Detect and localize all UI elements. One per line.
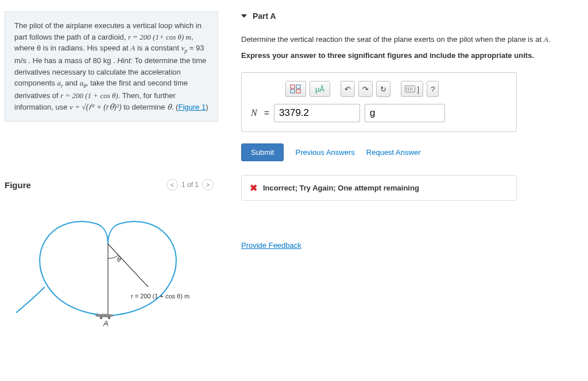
v-eq-sqrt: √(ṙ² + (rθ̇)²) (82, 103, 121, 111)
problem-statement: The pilot of the airplane executes a ver… (5, 11, 218, 122)
answer-toolbar: μÅ ↶ ↷ ↻ ] ? (285, 81, 507, 97)
undo-button[interactable]: ↶ (341, 81, 355, 97)
svg-rect-8 (296, 90, 300, 93)
svg-rect-7 (291, 90, 295, 93)
and: and (63, 79, 80, 87)
figure-title: Figure (5, 180, 31, 190)
theta-dot: θ̇ (167, 103, 172, 111)
hint-label: Hint: (117, 56, 133, 65)
feedback-message: ✖ Incorrect; Try Again; One attempt rema… (241, 175, 517, 201)
figure-link[interactable]: Figure 1 (178, 103, 206, 111)
figure-equation: r = 200 (1 + cos θ) m (131, 293, 189, 300)
equals-sign: = (264, 108, 269, 118)
svg-rect-6 (296, 85, 300, 88)
part-a-header[interactable]: Part A (241, 11, 577, 21)
answer-row: N = (251, 104, 507, 122)
feedback-text: Incorrect; Try Again; One attempt remain… (263, 184, 419, 192)
figure-prev-button[interactable]: < (167, 179, 178, 190)
x-icon: ✖ (250, 182, 257, 193)
units-button[interactable]: μÅ (310, 81, 330, 97)
unit-input[interactable] (365, 104, 445, 122)
cardioid-equation: r = 200 (1+ cos θ) m (128, 33, 191, 41)
figure-panel: Figure < 1 of 1 > (0, 179, 218, 327)
svg-rect-5 (291, 85, 295, 88)
answer-area: μÅ ↶ ↷ ↻ ] ? N = (241, 72, 517, 132)
figure-count: 1 of 1 (181, 181, 199, 189)
templates-button[interactable] (285, 81, 306, 97)
svg-point-3 (100, 317, 102, 319)
keyboard-icon (405, 85, 415, 92)
provide-feedback-link[interactable]: Provide Feedback (241, 241, 301, 250)
submit-button[interactable]: Submit (241, 143, 284, 161)
request-answer-link[interactable]: Request Answer (366, 148, 421, 157)
figure-diagram: θ r = 200 (1 + cos θ) m A (5, 201, 214, 327)
problem-text: is a constant (135, 44, 181, 52)
v-eq-lead: v = (69, 103, 82, 111)
previous-answers-link[interactable]: Previous Answers (295, 148, 354, 157)
hint-body: . ( (172, 103, 179, 111)
hint-body: to determine (122, 103, 168, 111)
redo-button[interactable]: ↷ (358, 81, 373, 97)
hint-body: ) (206, 103, 208, 111)
help-button[interactable]: ? (427, 81, 439, 97)
part-a-label: Part A (253, 11, 276, 21)
value-input[interactable] (274, 104, 360, 122)
r-equation: r = 200 (1 + cos θ) (60, 91, 118, 100)
svg-line-1 (108, 244, 148, 287)
theta-label: θ (117, 255, 121, 263)
keyboard-button[interactable]: ] (401, 81, 423, 97)
A-label: A (103, 319, 109, 327)
question-text: Determine the vertical reaction the seat… (241, 34, 577, 45)
reset-button[interactable]: ↻ (376, 81, 390, 97)
figure-next-button[interactable]: > (202, 179, 214, 190)
mass-text: . He has a mass of 80 kg . (26, 56, 115, 65)
answer-variable: N (251, 108, 257, 118)
caret-down-icon (241, 14, 247, 18)
instruction-text: Express your answer to three significant… (241, 50, 577, 61)
